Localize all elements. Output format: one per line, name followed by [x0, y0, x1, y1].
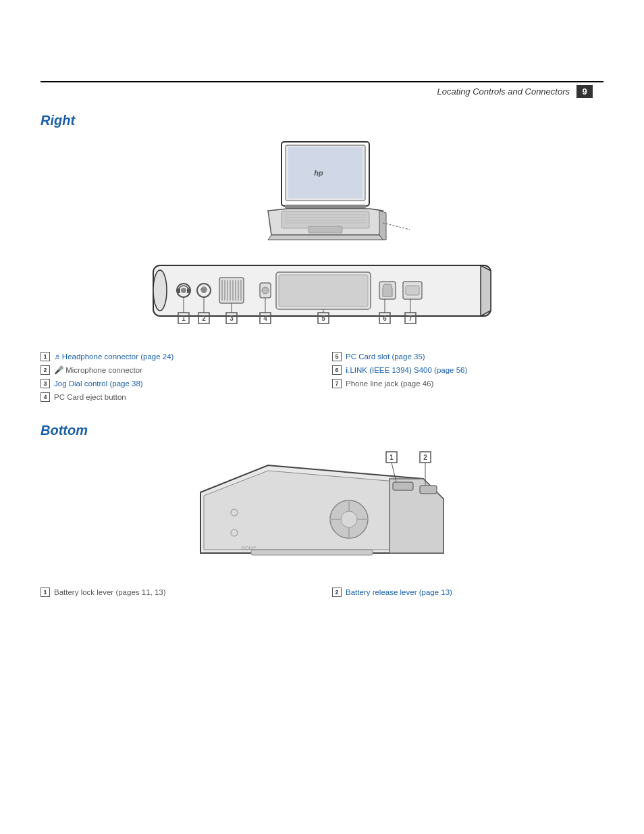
- header-bar: Locating Controls and Connectors 9: [41, 81, 603, 101]
- svg-point-30: [262, 287, 269, 294]
- page-container: Locating Controls and Connectors 9 Right…: [0, 81, 644, 834]
- svg-text:7: 7: [408, 315, 412, 322]
- svg-text:2: 2: [423, 454, 427, 461]
- bottom-label-item-2: 2 Battery release lever (page 13): [332, 587, 603, 598]
- page-number: 9: [576, 85, 593, 98]
- svg-text:2: 2: [202, 315, 206, 322]
- bottom-diagram-area: 1 2 SONY: [41, 445, 603, 580]
- label-num-7: 7: [332, 379, 342, 388]
- svg-rect-32: [279, 275, 368, 307]
- label-text-1: ♬ Headphone connector (page 24): [54, 351, 173, 362]
- label-item-2: 2 🎤 Microphone connector: [41, 365, 312, 375]
- svg-rect-4: [285, 205, 366, 209]
- svg-text:hp: hp: [314, 169, 323, 177]
- svg-rect-5: [281, 211, 369, 228]
- laptop-illustration: hp: [234, 135, 410, 259]
- bottom-label-item-1: 1 Battery lock lever (pages 11, 13): [41, 587, 312, 598]
- svg-text:4: 4: [263, 315, 267, 322]
- bottom-labels-grid: 1 Battery lock lever (pages 11, 13) 2 Ba…: [41, 587, 603, 598]
- svg-rect-74: [251, 550, 373, 555]
- label-item-empty: [332, 392, 603, 402]
- svg-line-11: [383, 223, 410, 243]
- right-labels-grid: 1 ♬ Headphone connector (page 24) 5 PC C…: [41, 351, 603, 402]
- label-num-4: 4: [41, 392, 50, 402]
- label-text-2: 🎤 Microphone connector: [54, 365, 142, 375]
- label-item-4: 4 PC Card eject button: [41, 392, 312, 402]
- svg-rect-10: [308, 226, 342, 233]
- svg-text:1: 1: [390, 454, 394, 461]
- svg-point-13: [153, 270, 167, 311]
- label-item-7: 7 Phone line jack (page 46): [332, 378, 603, 389]
- svg-text:3: 3: [230, 315, 234, 322]
- svg-rect-35: [406, 286, 419, 295]
- svg-rect-16: [178, 288, 180, 293]
- right-section-heading: Right: [41, 113, 603, 128]
- bottom-section-heading: Bottom: [41, 423, 603, 438]
- label-text-5: PC Card slot (page 35): [346, 351, 425, 362]
- label-item-1: 1 ♬ Headphone connector (page 24): [41, 351, 312, 362]
- svg-point-15: [181, 288, 186, 293]
- svg-text:6: 6: [383, 315, 387, 322]
- bottom-label-text-1: Battery lock lever (pages 11, 13): [54, 587, 166, 598]
- label-num-3: 3: [41, 379, 50, 388]
- label-item-5: 5 PC Card slot (page 35): [332, 351, 603, 362]
- right-diagram-area: hp: [41, 135, 603, 342]
- svg-text:5: 5: [321, 315, 325, 322]
- side-panel-illustration: 1 2 3 4 5 6 7: [140, 252, 504, 342]
- svg-rect-20: [219, 278, 244, 303]
- label-item-3: 3 Jog Dial control (page 38): [41, 378, 312, 389]
- bottom-label-text-2: Battery release lever (page 13): [346, 587, 452, 598]
- label-item-6: 6 i.LINK (IEEE 1394) S400 (page 56): [332, 365, 603, 375]
- svg-rect-2: [288, 147, 363, 199]
- bottom-label-num-2: 2: [332, 588, 342, 597]
- label-num-1: 1: [41, 352, 50, 361]
- label-num-5: 5: [332, 352, 342, 361]
- bottom-label-num-1: 1: [41, 588, 50, 597]
- label-text-6: i.LINK (IEEE 1394) S400 (page 56): [346, 365, 467, 375]
- svg-rect-65: [393, 482, 413, 490]
- label-text-3: Jog Dial control (page 38): [54, 378, 143, 389]
- label-num-6: 6: [332, 365, 342, 375]
- svg-rect-17: [187, 288, 190, 293]
- header-title: Locating Controls and Connectors: [437, 86, 570, 97]
- svg-point-60: [341, 511, 357, 527]
- label-text-4: PC Card eject button: [54, 392, 126, 402]
- label-num-2: 2: [41, 365, 50, 375]
- label-text-7: Phone line jack (page 46): [346, 378, 433, 389]
- svg-rect-66: [420, 486, 437, 494]
- svg-text:1: 1: [182, 315, 186, 322]
